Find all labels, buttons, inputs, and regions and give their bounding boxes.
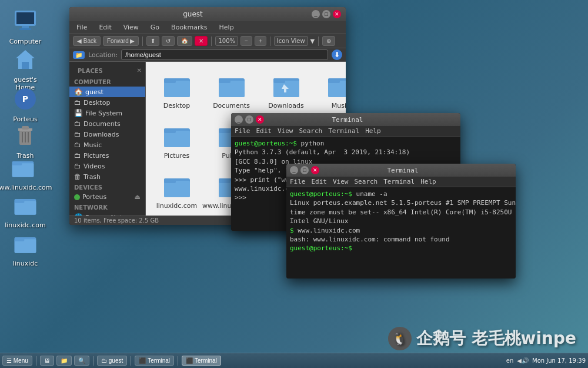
svg-rect-1	[164, 81, 190, 97]
terminal-window-2: _ □ ✕ Terminal File Edit View Search Ter…	[286, 164, 516, 279]
nav-button-3[interactable]: 🏠	[177, 36, 192, 46]
zoom-out-button[interactable]: −	[240, 36, 252, 46]
tmenu2-view[interactable]: View	[333, 178, 349, 185]
tmenu1-help[interactable]: Help	[365, 127, 381, 135]
maximize-button[interactable]: □	[322, 10, 330, 18]
folder-icon: 🗀	[74, 151, 81, 160]
sidebar-label-videos: Videos	[83, 163, 105, 170]
menu-go[interactable]: Go	[148, 22, 162, 32]
nav-button-1[interactable]: ⬆	[146, 36, 159, 46]
sidebar-item-trash[interactable]: 🗑 Trash	[69, 171, 145, 182]
fm-toolbar: ◀ Back Forward ▶ ⬆ ↺ 🏠 ✕ 100% − + Icon V…	[69, 34, 346, 48]
terminal2-close[interactable]: ✕	[311, 166, 319, 174]
tray-audio-icon[interactable]: ◀🔊	[517, 357, 529, 364]
terminal2-body[interactable]: guest@porteus:~$ uname -a Linux porteus.…	[286, 187, 516, 279]
tmenu2-terminal[interactable]: Terminal	[383, 178, 415, 185]
svg-rect-26	[164, 178, 176, 183]
terminal2-minimize[interactable]: _	[290, 166, 298, 174]
taskbar-fm-task[interactable]: 🗀 guest	[97, 356, 127, 366]
svg-rect-48	[15, 199, 25, 203]
location-input[interactable]	[121, 49, 328, 60]
tmenu1-view[interactable]: View	[278, 127, 293, 135]
terminal1-close[interactable]: ✕	[256, 115, 264, 124]
close-button[interactable]: ✕	[333, 10, 341, 18]
svg-rect-13	[164, 131, 190, 147]
desktop-icon-computer[interactable]: Computer	[5, 5, 46, 48]
sidebar-item-desktop[interactable]: 🗀 Desktop	[69, 97, 145, 108]
taskbar-icon-3: 🔍	[78, 357, 85, 364]
tmenu2-search[interactable]: Search	[355, 178, 378, 185]
tmenu2-help[interactable]: Help	[420, 178, 436, 185]
terminal2-prompt: guest@porteus:~$	[290, 190, 352, 198]
terminal2-titlebar: _ □ ✕ Terminal	[286, 164, 516, 177]
file-icon-music[interactable]: Music	[316, 68, 346, 113]
taskbar-term2-task[interactable]: ⬛ Terminal	[182, 356, 221, 366]
terminal2-maximize[interactable]: □	[300, 166, 309, 174]
sidebar-item-porteus[interactable]: Porteus ⏏	[69, 192, 145, 202]
menu-view[interactable]: View	[121, 22, 141, 32]
zoom-in-button[interactable]: +	[255, 36, 266, 46]
sidebar-label-guest: guest	[85, 88, 103, 96]
tmenu1-search[interactable]: Search	[299, 127, 323, 135]
view-dropdown-arrow[interactable]: ▼	[310, 38, 315, 44]
zoom-level: 100%	[215, 36, 238, 46]
file-icon-linuxidc-com[interactable]: linuxidc.com	[152, 168, 202, 213]
minimize-button[interactable]: _	[312, 10, 320, 18]
taskbar-term1-task[interactable]: ⬛ Terminal	[135, 356, 174, 366]
menu-button[interactable]: ☰ Menu	[2, 356, 32, 366]
home-image	[11, 45, 39, 74]
toolbar-sep3	[270, 37, 270, 46]
desktop-icon-linuxidc[interactable]: linuxidc	[5, 227, 46, 270]
menu-help[interactable]: Help	[217, 22, 236, 32]
open-new-button[interactable]: ⊕	[322, 36, 335, 46]
sidebar-item-videos[interactable]: 🗀 Videos	[69, 161, 145, 171]
tmenu1-terminal[interactable]: Terminal	[328, 127, 359, 135]
sidebar-item-pictures[interactable]: 🗀 Pictures	[69, 150, 145, 161]
svg-rect-11	[328, 78, 340, 83]
terminal1-minimize[interactable]: _	[235, 115, 243, 124]
forward-button[interactable]: Forward ▶	[103, 36, 139, 46]
menu-edit[interactable]: Edit	[96, 22, 113, 32]
bookmark-button[interactable]: ⬇	[332, 49, 342, 60]
sidebar-label-documents: Documents	[83, 120, 121, 128]
fm-sidebar: Places ✕ Computer 🏠 guest 🗀 Desktop 💾 Fi…	[69, 62, 146, 216]
tmenu1-file[interactable]: File	[235, 127, 250, 135]
terminal2-content2: www.linuxidc.com bash: www.linuxidc.com:…	[290, 227, 450, 243]
sidebar-item-downloads[interactable]: 🗀 Downloads	[69, 129, 145, 140]
nav-button-4[interactable]: ✕	[195, 36, 208, 46]
taskbar-btn-1[interactable]: 🖥	[40, 356, 54, 366]
terminal2-prompt2: $	[290, 227, 294, 234]
tmenu2-file[interactable]: File	[290, 178, 306, 185]
back-button[interactable]: ◀ Back	[73, 36, 101, 46]
sidebar-item-documents[interactable]: 🗀 Documents	[69, 118, 145, 129]
file-icon-pictures[interactable]: Pictures	[152, 118, 202, 163]
menu-file[interactable]: File	[74, 22, 89, 32]
sidebar-item-guest[interactable]: 🏠 guest	[69, 87, 145, 97]
folder-image-downloads	[272, 71, 300, 100]
desktop-icon-www-linuxidc[interactable]: www.linuxidc.com	[2, 151, 44, 194]
desktop-icon-linuxidc-com[interactable]: linuxidc.com	[5, 188, 46, 231]
tmenu2-edit[interactable]: Edit	[312, 178, 328, 185]
sidebar-item-filesystem[interactable]: 💾 File System	[69, 108, 145, 118]
svg-text:P: P	[22, 94, 28, 104]
taskbar-btn-2[interactable]: 📁	[56, 356, 72, 366]
file-icon-desktop[interactable]: Desktop	[152, 68, 202, 113]
menu-label: ☰ Menu	[6, 357, 28, 364]
places-close[interactable]: ✕	[137, 67, 142, 74]
view-mode-select[interactable]: Icon View	[274, 36, 308, 46]
file-icon-documents[interactable]: Documents	[206, 68, 256, 113]
svg-rect-45	[12, 161, 22, 165]
nav-button-2[interactable]: ↺	[162, 36, 175, 46]
sidebar-label-pictures: Pictures	[83, 152, 109, 160]
sidebar-item-music[interactable]: 🗀 Music	[69, 140, 145, 150]
eject-icon[interactable]: ⏏	[135, 193, 141, 201]
watermark-text: 企鹅号 老毛桃winpe	[416, 327, 576, 350]
linuxidc-com-image	[11, 191, 39, 219]
file-icon-downloads[interactable]: Downloads	[261, 68, 311, 113]
file-manager-menubar: File Edit View Go Bookmarks Help	[69, 21, 346, 34]
tmenu1-edit[interactable]: Edit	[256, 127, 272, 135]
taskbar-btn-3[interactable]: 🔍	[74, 356, 89, 366]
menu-bookmarks[interactable]: Bookmarks	[169, 22, 209, 32]
svg-rect-25	[164, 181, 190, 197]
terminal1-maximize[interactable]: □	[245, 115, 253, 124]
